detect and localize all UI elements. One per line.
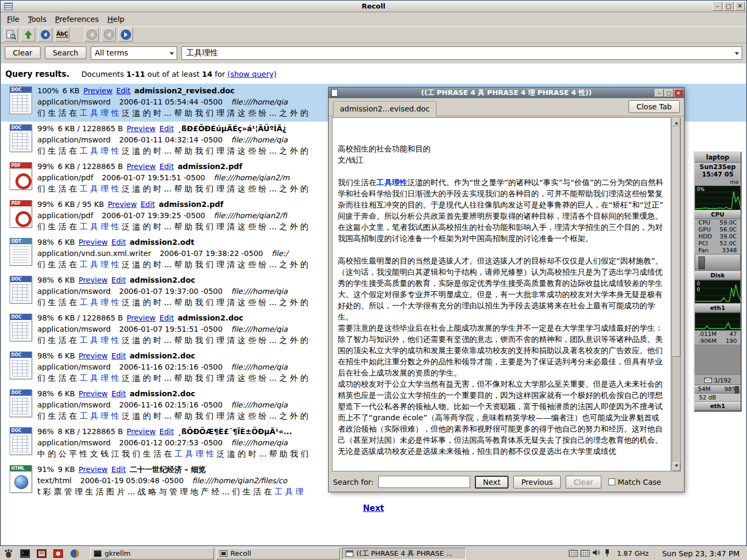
preview-scrollbar[interactable] — [672, 117, 681, 471]
maximize-icon[interactable]: ▢ — [724, 2, 734, 11]
preview-maximize-icon[interactable]: ▢ — [664, 89, 673, 97]
preview-minimize-icon[interactable]: – — [655, 89, 664, 97]
result-text: 96%8 KB / 1228865 BPreviewEdit¸ßÖÐÖÆ¶È£¨… — [37, 426, 309, 461]
preview-link[interactable]: Preview — [83, 86, 113, 95]
result-snippet: 们 生 活 在 工 具 理 性 泛 滥 的 时 ... 帮 助 我 们 理 清 … — [37, 259, 308, 270]
scroll-up-button[interactable] — [672, 118, 680, 126]
cpu-panel-label: CPU — [695, 210, 741, 219]
match-case-checkbox[interactable] — [608, 478, 615, 485]
preview-titlebar[interactable]: ((工 PHRASE 4 具 PHRASE 4 理 PHRASE 4 性)) –… — [329, 87, 684, 98]
task-button[interactable]: ((工 PHRASE 4 具 PHRASE ... — [342, 548, 466, 559]
result-filename: admission2.doc — [130, 276, 195, 284]
scrollbar-thumb[interactable] — [672, 126, 680, 357]
task-button[interactable]: gkrellm — [90, 548, 214, 559]
back-circle-icon-button[interactable] — [38, 28, 52, 42]
edit-link[interactable]: Edit — [112, 238, 126, 246]
terminal-launcher-icon[interactable] — [19, 548, 31, 559]
snippet-text: 们 生 活 在 — [37, 335, 80, 345]
result-snippet: 中 的 公 平 性 文 钱 江 我 们 生 活 在 工 具 理 性 泛 滥 的 … — [37, 449, 309, 460]
preview-link[interactable]: Preview — [126, 314, 156, 322]
doc-file-icon: DOC — [10, 351, 32, 379]
edit-link[interactable]: Edit — [112, 276, 126, 284]
query-history-chevron-icon[interactable] — [735, 52, 739, 57]
close-tab-button[interactable]: Close Tab — [629, 100, 680, 113]
next-page-button[interactable] — [118, 28, 133, 42]
result-filename: admission2_revised.doc — [134, 86, 235, 95]
previous-page-button[interactable] — [101, 28, 116, 42]
find-next-button[interactable]: Next — [475, 476, 508, 489]
find-input[interactable] — [378, 476, 470, 488]
power-plug-icon[interactable] — [603, 549, 611, 558]
net-chart — [695, 313, 741, 331]
show-query-link[interactable]: (show query) — [227, 70, 276, 78]
find-previous-button[interactable]: Previous — [513, 476, 561, 489]
result-text: 99%6 KB / 1228865 BPreviewEditadmission2… — [37, 161, 308, 196]
keyboard-layout-icon[interactable] — [569, 550, 578, 557]
preview-link[interactable]: Preview — [78, 238, 108, 246]
result-filename: admission2.odt — [130, 238, 194, 246]
preview-link[interactable]: Preview — [108, 200, 137, 209]
preview-link[interactable]: Preview — [78, 465, 108, 474]
result-date: 2006-01-11 05:54:44 -0500 — [119, 98, 222, 106]
search-button[interactable]: Search — [45, 46, 86, 59]
preview-close-icon[interactable]: ✕ — [674, 89, 683, 97]
edit-link[interactable]: Edit — [116, 86, 131, 95]
close-icon[interactable]: ✕ — [735, 2, 745, 11]
recoll-titlebar[interactable]: Recoll – ▢ ✕ — [1, 1, 746, 12]
snippet-text: 们 生 活 在 — [37, 184, 80, 194]
doc-magnifier-icon-button[interactable] — [4, 28, 18, 42]
result-snippet: 们 生 活 在 工 具 理 性 泛 滥 的 时 ... 帮 助 我 们 理 清 … — [37, 335, 308, 346]
preview-text-segment: 泛滥的时代。作为“世之显学”的诸种以“事实”与“价值”的二分为荣的自然科学和社会… — [338, 178, 664, 243]
edit-link[interactable]: Edit — [112, 389, 126, 398]
result-filename: admission2.doc — [130, 351, 195, 360]
preview-link[interactable]: Preview — [78, 351, 108, 360]
edit-link[interactable]: Edit — [160, 124, 174, 133]
edit-link[interactable]: Edit — [112, 465, 126, 474]
firefox-launcher-icon[interactable] — [68, 548, 81, 559]
edit-link[interactable]: Edit — [160, 427, 174, 436]
editor-launcher-icon[interactable] — [35, 548, 48, 559]
snippet-text: 们 生 活 在 — [37, 298, 80, 307]
scroll-down-button[interactable] — [672, 462, 680, 471]
first-page-button[interactable] — [84, 28, 99, 42]
snippet-term: 工 具 理 性 — [80, 373, 119, 383]
result-icon-cell: PDF — [4, 161, 37, 196]
query-input[interactable]: 工具理性 — [181, 46, 742, 60]
result-text: 98%6 KBPreviewEditadmission2.doc applica… — [37, 350, 308, 385]
menu-file[interactable]: File — [3, 13, 23, 25]
preview-text-segment: 成功的校友对于公立大学当然有益无害，但不像对私立大学那么至关重要。但是选入未来社… — [338, 380, 663, 455]
snippet-text: 们 生 活 在 — [37, 373, 80, 383]
menu-tools[interactable]: Tools — [23, 13, 51, 25]
sort-ascending-icon-button[interactable] — [21, 28, 35, 42]
preview-link[interactable]: Preview — [126, 124, 156, 133]
menu-help[interactable]: Help — [103, 13, 129, 25]
term-explorer-icon-button[interactable]: ÂbÇ — [55, 28, 69, 42]
preview-link[interactable]: Preview — [78, 389, 108, 398]
volume-icon[interactable] — [592, 549, 601, 558]
mail-row: 1/192 — [695, 375, 741, 385]
preview-link[interactable]: Preview — [78, 276, 108, 284]
file-icon-lines — [12, 322, 29, 339]
red-app-launcher-icon[interactable] — [52, 548, 65, 559]
keyboard-layout-icon-2[interactable] — [581, 550, 590, 557]
result-date: 2006-01-07 19:37:00 -0500 — [119, 287, 222, 295]
task-label: Recoll — [231, 549, 251, 557]
edit-link[interactable]: Edit — [160, 314, 174, 322]
menu-preferences[interactable]: Preferences — [51, 13, 103, 25]
sensor-value: 56.0C — [720, 226, 737, 233]
result-url: file:///home/qia — [231, 287, 288, 295]
search-mode-select[interactable]: All terms — [91, 46, 177, 60]
find-clear-button[interactable]: Clear — [566, 476, 601, 489]
clear-button[interactable]: Clear — [5, 46, 41, 59]
edit-link[interactable]: Edit — [160, 162, 174, 171]
preview-link[interactable]: Preview — [126, 427, 156, 436]
preview-link[interactable]: Preview — [126, 162, 156, 171]
next-page-link[interactable]: Next — [363, 503, 384, 513]
preview-document-tab[interactable]: admission2...evised.doc — [333, 101, 436, 116]
minimize-icon[interactable]: – — [712, 2, 722, 11]
edit-link[interactable]: Edit — [112, 351, 126, 360]
main-menu-footprint-icon[interactable] — [2, 548, 15, 559]
sensor-value: 59.0C — [720, 219, 737, 226]
task-button[interactable]: Recoll — [216, 548, 340, 559]
edit-link[interactable]: Edit — [140, 200, 155, 209]
